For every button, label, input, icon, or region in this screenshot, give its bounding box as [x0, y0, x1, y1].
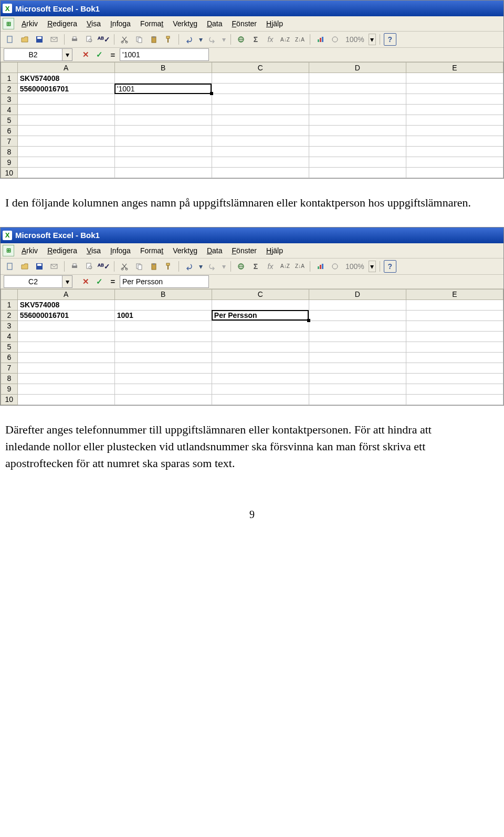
cancel-edit-icon[interactable]: ✕	[80, 276, 91, 287]
cell[interactable]	[114, 352, 212, 363]
row-header[interactable]: 8	[1, 147, 18, 157]
row-header[interactable]: 8	[1, 373, 18, 384]
cell[interactable]	[309, 147, 406, 157]
cell[interactable]	[406, 126, 503, 136]
print-icon[interactable]	[68, 33, 81, 46]
cell[interactable]	[114, 94, 212, 105]
row-header[interactable]: 10	[1, 394, 18, 405]
hyperlink-icon[interactable]	[235, 33, 247, 46]
row-header[interactable]: 9	[1, 157, 18, 168]
cell[interactable]	[212, 126, 309, 136]
cell[interactable]	[17, 352, 114, 363]
cell[interactable]	[212, 384, 309, 394]
format-painter-icon[interactable]	[162, 33, 175, 46]
confirm-edit-icon[interactable]: ✓	[93, 49, 105, 60]
fx-icon[interactable]: fx	[264, 33, 277, 46]
chart-icon[interactable]	[314, 33, 327, 46]
formula-input[interactable]: Per Persson	[120, 275, 209, 288]
col-header[interactable]: E	[406, 289, 503, 299]
cell[interactable]	[212, 115, 309, 126]
cell[interactable]	[114, 321, 212, 331]
name-dropdown-icon[interactable]: ▾	[62, 275, 72, 288]
cell[interactable]	[212, 147, 309, 157]
cell[interactable]	[212, 394, 309, 405]
cell[interactable]	[114, 384, 212, 394]
cell[interactable]	[212, 73, 309, 84]
cell[interactable]	[17, 331, 114, 342]
cell[interactable]	[114, 115, 212, 126]
paste-icon[interactable]	[148, 260, 160, 273]
copy-icon[interactable]	[133, 260, 145, 273]
menu-visa[interactable]: Visa	[82, 18, 105, 29]
undo-dd-icon[interactable]: ▾	[197, 260, 204, 273]
cell[interactable]	[309, 373, 406, 384]
open-icon[interactable]	[18, 260, 31, 273]
open-icon[interactable]	[18, 33, 31, 46]
cell[interactable]	[309, 342, 406, 352]
preview-icon[interactable]	[83, 33, 96, 46]
cancel-edit-icon[interactable]: ✕	[80, 49, 91, 60]
cell[interactable]	[212, 342, 309, 352]
cell[interactable]	[309, 363, 406, 373]
cell[interactable]	[212, 168, 309, 178]
cell-active[interactable]: '1001	[114, 84, 212, 94]
sort-desc-icon[interactable]: Z↓A	[293, 33, 306, 46]
cut-icon[interactable]	[118, 260, 131, 273]
undo-icon[interactable]	[183, 260, 195, 273]
preview-icon[interactable]	[83, 260, 96, 273]
cell[interactable]	[17, 373, 114, 384]
cell[interactable]	[17, 94, 114, 105]
mail-icon[interactable]	[48, 33, 60, 46]
cell[interactable]	[17, 136, 114, 147]
cell[interactable]	[406, 105, 503, 115]
menu-data[interactable]: Data	[203, 18, 227, 29]
cell[interactable]	[114, 373, 212, 384]
row-header[interactable]: 6	[1, 126, 18, 136]
menu-infoga[interactable]: Infoga	[106, 18, 135, 29]
help-icon[interactable]: ?	[384, 33, 396, 46]
cell[interactable]	[406, 342, 503, 352]
equals-icon[interactable]: =	[107, 49, 119, 60]
menu-redigera[interactable]: Redigera	[43, 18, 81, 29]
menu-redigera[interactable]: Redigera	[43, 245, 81, 256]
redo-icon[interactable]	[206, 33, 218, 46]
cell[interactable]: SKV574008	[17, 299, 114, 310]
menu-hjalp[interactable]: Hjälp	[262, 245, 287, 256]
col-header[interactable]: E	[406, 63, 503, 73]
equals-icon[interactable]: =	[107, 276, 119, 287]
menu-verktyg[interactable]: Verktyg	[169, 245, 202, 256]
zoom-dropdown-icon[interactable]: ▾	[369, 34, 376, 45]
cell[interactable]	[114, 342, 212, 352]
col-header[interactable]: A	[17, 63, 114, 73]
cell[interactable]	[406, 115, 503, 126]
cell[interactable]	[406, 363, 503, 373]
copy-icon[interactable]	[133, 33, 145, 46]
cell[interactable]	[406, 352, 503, 363]
cell[interactable]	[309, 105, 406, 115]
help-icon[interactable]: ?	[384, 260, 396, 273]
col-header[interactable]: B	[114, 63, 212, 73]
cell[interactable]	[17, 363, 114, 373]
paste-icon[interactable]	[148, 33, 160, 46]
cell[interactable]	[406, 321, 503, 331]
cell[interactable]	[309, 73, 406, 84]
cell[interactable]	[309, 310, 406, 321]
fx-icon[interactable]: fx	[264, 260, 277, 273]
cell[interactable]	[309, 352, 406, 363]
menu-data[interactable]: Data	[203, 245, 227, 256]
formula-input[interactable]: '1001	[120, 48, 209, 61]
cell[interactable]	[17, 384, 114, 394]
mail-icon[interactable]	[48, 260, 60, 273]
cell[interactable]	[17, 394, 114, 405]
row-header[interactable]: 3	[1, 321, 18, 331]
cell[interactable]: 556000016701	[17, 84, 114, 94]
row-header[interactable]: 2	[1, 84, 18, 94]
cell[interactable]	[114, 394, 212, 405]
menu-format[interactable]: Format	[136, 245, 167, 256]
menu-verktyg[interactable]: Verktyg	[169, 18, 202, 29]
cell[interactable]	[17, 115, 114, 126]
row-header[interactable]: 2	[1, 310, 18, 321]
zoom-dropdown-icon[interactable]: ▾	[369, 261, 376, 272]
row-header[interactable]: 3	[1, 94, 18, 105]
cell[interactable]	[309, 94, 406, 105]
